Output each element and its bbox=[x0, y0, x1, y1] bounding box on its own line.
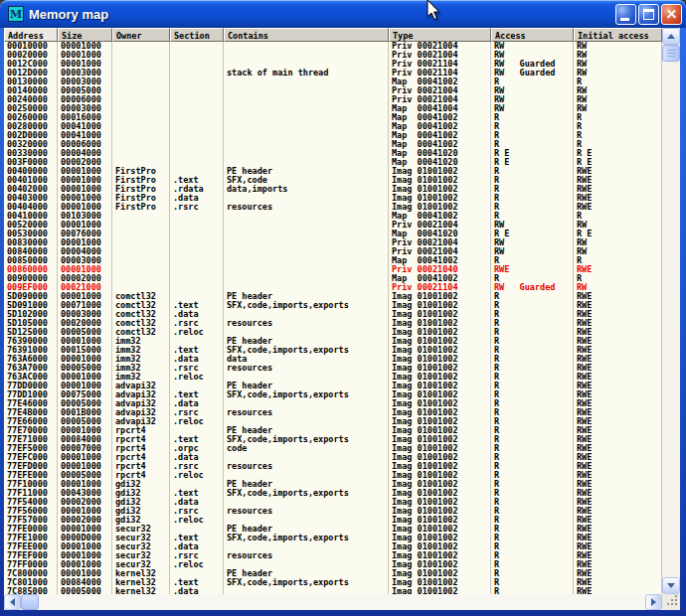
table-row[interactable]: 7639100000015000imm32.textSFX,code,impor… bbox=[4, 346, 662, 355]
table-row[interactable]: 003F000000002000Map 00041020R ER E bbox=[4, 158, 662, 167]
table-row[interactable]: 5D09000000001000comctl32PE headerImag 01… bbox=[4, 292, 662, 301]
table-row[interactable]: 0014000000005000Priv 00021004RWRW bbox=[4, 86, 662, 95]
table-row[interactable]: 77FE000000001000secur32PE headerImag 010… bbox=[4, 525, 662, 534]
close-button[interactable] bbox=[661, 4, 682, 25]
table-row[interactable]: 0040000000001000FirstProPE headerImag 01… bbox=[4, 167, 662, 176]
column-header-contains[interactable]: Contains bbox=[224, 28, 389, 42]
column-header-size[interactable]: Size bbox=[58, 28, 112, 42]
table-row[interactable]: 77F1100000043000gdi32.textSFX,code,impor… bbox=[4, 489, 662, 498]
column-header-owner[interactable]: Owner bbox=[112, 28, 170, 42]
table-row[interactable]: 0001000000001000Priv 00021004RWRW bbox=[4, 42, 662, 51]
maximize-button[interactable] bbox=[638, 4, 659, 25]
cell-access: R bbox=[491, 587, 574, 594]
table-row[interactable]: 0040300000001000FirstPro.dataImag 010010… bbox=[4, 194, 662, 203]
table-row[interactable]: 0086000000001000Priv 00021040RWERWE bbox=[4, 265, 662, 274]
table-row[interactable]: 77FEF00000001000secur32.rsrcresourcesIma… bbox=[4, 551, 662, 560]
table-row[interactable]: 0025000000003000Map 00041004RWRW bbox=[4, 104, 662, 113]
cell-section: .data bbox=[170, 399, 224, 408]
table-row[interactable]: 77FE10000000D000secur32.textSFX,code,imp… bbox=[4, 534, 662, 542]
table-row[interactable]: 0085000000003000Map 00041002RR bbox=[4, 256, 662, 265]
table-row[interactable]: 77E4600000005000advapi32.dataImag 010010… bbox=[4, 399, 662, 408]
cell-owner: gdi32 bbox=[112, 516, 170, 525]
table-row[interactable]: 0040200000001000FirstPro.rdatadata,impor… bbox=[4, 185, 662, 194]
table-row[interactable]: 77EFC00000001000rpcrt4.dataImag 01001002… bbox=[4, 453, 662, 462]
table-row[interactable]: 5D12500000005000comctl32.relocImag 01001… bbox=[4, 328, 662, 337]
table-row[interactable]: 0084000000004000Priv 00021004RWRW bbox=[4, 247, 662, 256]
column-header-access[interactable]: Access bbox=[491, 28, 574, 42]
table-row[interactable]: 0041000000103000Map 00041002RR bbox=[4, 212, 662, 221]
cell-initial_access: RWE bbox=[574, 390, 662, 399]
table-row[interactable]: 7C80000000001000kernel32PE headerImag 01… bbox=[4, 569, 662, 578]
table-row[interactable]: 77EFD00000001000rpcrt4.rsrcresourcesImag… bbox=[4, 462, 662, 471]
scroll-right-button[interactable] bbox=[645, 594, 662, 610]
table-row[interactable]: 763AC00000001000imm32.relocImag 01001002… bbox=[4, 373, 662, 382]
column-header-type[interactable]: Type bbox=[389, 28, 491, 42]
horizontal-scrollbar[interactable] bbox=[4, 594, 662, 610]
cell-size: 00084000 bbox=[58, 578, 112, 587]
table-row[interactable]: 77E6600000005000advapi32.relocImag 01001… bbox=[4, 417, 662, 426]
table-row[interactable]: 77EF500000007000rpcrt4.orpccodeImag 0100… bbox=[4, 444, 662, 453]
table-row[interactable]: 77FEE00000001000secur32.dataImag 0100100… bbox=[4, 542, 662, 551]
table-row[interactable]: 0012D00000003000stack of main threadPriv… bbox=[4, 69, 662, 77]
horizontal-scroll-track[interactable] bbox=[39, 594, 645, 610]
table-row[interactable]: 0053000000076000Map 00041020R ER E bbox=[4, 230, 662, 238]
column-header-section[interactable]: Section bbox=[170, 28, 224, 42]
table-row[interactable]: 77E4B0000001B000advapi32.rsrcresourcesIm… bbox=[4, 408, 662, 417]
table-row[interactable]: 77F5400000002000gdi32.dataImag 01001002R… bbox=[4, 498, 662, 507]
table-row[interactable]: 002D000000041000Map 00041002RR bbox=[4, 131, 662, 140]
table-row[interactable]: 0028000000041000Map 00041002RR bbox=[4, 122, 662, 131]
table-row[interactable]: 0012C00000001000Priv 00021104RW GuardedR… bbox=[4, 60, 662, 69]
resize-grip[interactable] bbox=[662, 594, 680, 610]
table-row[interactable]: 0090000000002000Map 00041002RR bbox=[4, 274, 662, 283]
cell-size: 00005000 bbox=[58, 86, 112, 95]
scroll-left-button[interactable] bbox=[4, 594, 21, 610]
cell-contains bbox=[224, 256, 389, 265]
table-row[interactable]: 0032000000006000Map 00041002RR bbox=[4, 140, 662, 149]
table-row[interactable]: 7C80100000084000kernel32.textSFX,code,im… bbox=[4, 578, 662, 587]
table-row[interactable]: 009EF00000021000Priv 00021104RW GuardedR… bbox=[4, 283, 662, 292]
cell-type: Map 00041002 bbox=[389, 140, 491, 149]
cell-size: 00001000 bbox=[58, 194, 112, 203]
table-row[interactable]: 77DD000000001000advapi32PE headerImag 01… bbox=[4, 382, 662, 390]
scroll-down-button[interactable] bbox=[662, 577, 680, 594]
cell-size: 00001000 bbox=[58, 480, 112, 489]
table-row[interactable]: 77F5600000001000gdi32.rsrcresourcesImag … bbox=[4, 507, 662, 516]
cell-section bbox=[170, 140, 224, 149]
table-row[interactable]: 763A700000005000imm32.rsrcresourcesImag … bbox=[4, 364, 662, 373]
table-row[interactable]: 0002000000001000Priv 00021004RWRW bbox=[4, 51, 662, 60]
table-row[interactable]: 77FF000000001000secur32.relocImag 010010… bbox=[4, 560, 662, 569]
table-row[interactable]: 5D10200000003000comctl32.dataImag 010010… bbox=[4, 310, 662, 319]
table-row[interactable]: 0052000000001000Priv 00021004RWRW bbox=[4, 221, 662, 230]
table-row[interactable]: 5D10500000020000comctl32.rsrcresourcesIm… bbox=[4, 319, 662, 328]
minimize-button[interactable] bbox=[615, 4, 636, 25]
scroll-up-button[interactable] bbox=[662, 28, 680, 45]
table-row[interactable]: 0033000000004000Map 00041020R ER E bbox=[4, 149, 662, 158]
table-row[interactable]: 0083000000001000Priv 00021004RWRW bbox=[4, 238, 662, 247]
table-row[interactable]: 0040100000001000FirstPro.textSFX,codeIma… bbox=[4, 176, 662, 185]
titlebar[interactable]: M Memory map bbox=[0, 0, 686, 28]
table-row[interactable]: 0040400000001000FirstPro.rsrcresourcesIm… bbox=[4, 203, 662, 212]
column-header-initial_access[interactable]: Initial access bbox=[574, 28, 662, 42]
cell-address: 00260000 bbox=[4, 113, 58, 122]
vertical-scroll-thumb[interactable] bbox=[662, 45, 680, 62]
table-row[interactable]: 0013000000003000Map 00041002RR bbox=[4, 77, 662, 86]
cell-type: Imag 01001002 bbox=[389, 176, 491, 185]
table-row[interactable]: 763A600000001000imm32.datadataImag 01001… bbox=[4, 355, 662, 364]
table-row[interactable]: 77E7000000001000rpcrt4PE headerImag 0100… bbox=[4, 426, 662, 435]
cell-contains: data,imports bbox=[224, 185, 389, 194]
table-row[interactable]: 0026000000016000Map 00041002RR bbox=[4, 113, 662, 122]
horizontal-scroll-thumb[interactable] bbox=[21, 594, 39, 610]
table-row[interactable]: 77E7100000084000rpcrt4.textSFX,code,impo… bbox=[4, 435, 662, 444]
cell-owner: advapi32 bbox=[112, 399, 170, 408]
table-row[interactable]: 0024000000006000Priv 00021004RWRW bbox=[4, 95, 662, 104]
table-row[interactable]: 7C88500000005000kernel32.dataImag 010010… bbox=[4, 587, 662, 594]
vertical-scrollbar[interactable] bbox=[662, 28, 680, 594]
table-row[interactable]: 77EFE00000005000rpcrt4.relocImag 0100100… bbox=[4, 471, 662, 480]
table-row[interactable]: 5D09100000071000comctl32.textSFX,code,im… bbox=[4, 301, 662, 310]
table-row[interactable]: 77F5700000002000gdi32.relocImag 01001002… bbox=[4, 516, 662, 525]
table-row[interactable]: 7639000000001000imm32PE headerImag 01001… bbox=[4, 337, 662, 346]
cell-access: RW bbox=[491, 86, 574, 95]
column-header-address[interactable]: Address bbox=[4, 28, 58, 42]
table-row[interactable]: 77DD100000075000advapi32.textSFX,code,im… bbox=[4, 390, 662, 399]
table-row[interactable]: 77F1000000001000gdi32PE headerImag 01001… bbox=[4, 480, 662, 489]
